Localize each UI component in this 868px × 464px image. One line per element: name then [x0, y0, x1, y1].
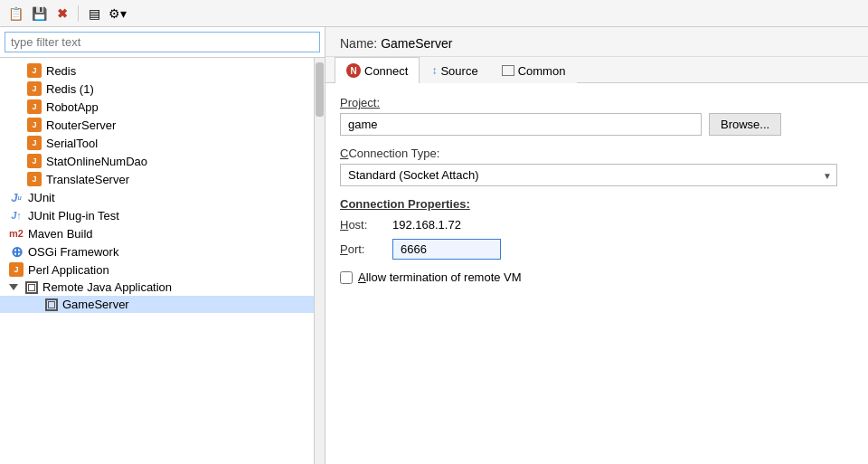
allow-termination-label-text: llow termination of remote VM	[366, 270, 522, 284]
port-label: Port:	[340, 242, 385, 256]
scrollbar-track[interactable]	[314, 58, 325, 464]
host-label: Host:	[340, 218, 385, 232]
tree-item-label: TranslateServer	[46, 173, 129, 186]
tab-connect[interactable]: N Connect	[335, 57, 420, 83]
java-icon: J	[27, 172, 42, 186]
osgi-icon: ⊕	[9, 244, 24, 259]
java-icon: J	[27, 154, 42, 168]
tree-item-maven[interactable]: m2 Maven Build	[0, 224, 314, 242]
tree-item-label: RobotApp	[46, 100, 99, 114]
connection-type-select-wrap: Standard (Socket Attach) ▼	[340, 164, 837, 186]
port-input[interactable]	[392, 239, 501, 260]
connection-type-label: CConnection Type:	[340, 147, 854, 160]
tree-item-gameserver[interactable]: GameServer	[0, 296, 314, 313]
connection-props-section: Connection Properties: Host: 192.168.1.7…	[340, 197, 854, 260]
scrollbar-thumb[interactable]	[316, 62, 324, 117]
tree-item-statonline[interactable]: J StatOnlineNumDao	[0, 152, 314, 170]
port-row: Port:	[340, 239, 854, 260]
toolbar-btn-settings[interactable]: ⚙▾	[108, 4, 127, 24]
connection-type-row: CConnection Type: Standard (Socket Attac…	[340, 147, 854, 186]
tree-item-label: JUnit	[28, 191, 55, 204]
tab-source-label: Source	[440, 64, 477, 78]
tree-item-label: OSGi Framework	[28, 245, 118, 259]
tree-item-label: Remote Java Application	[42, 280, 172, 294]
tab-bar: N Connect ↕ Source Common	[326, 57, 868, 83]
browse-button[interactable]: Browse...	[709, 113, 781, 136]
tree-item-label: Redis	[46, 64, 76, 78]
connection-type-label-rest: Connection Type:	[348, 147, 439, 160]
tree-item-routerserver[interactable]: J RouterServer	[0, 116, 314, 134]
name-label: Name:	[340, 36, 377, 51]
toolbar-btn-list[interactable]: ▤	[84, 4, 104, 24]
tree-item-translateserver[interactable]: J TranslateServer	[0, 170, 314, 188]
tree-item-junit[interactable]: Ju JUnit	[0, 188, 314, 206]
tab-connect-label: Connect	[364, 64, 408, 78]
project-label: Project:	[340, 96, 854, 109]
toolbar: 📋 💾 ✖ ▤ ⚙▾	[0, 0, 868, 27]
tree-item-osgi[interactable]: ⊕ OSGi Framework	[0, 242, 314, 260]
tree-item-redis1[interactable]: J Redis (1)	[0, 80, 314, 98]
allow-termination-underline: A	[358, 270, 366, 284]
filter-box	[0, 27, 325, 58]
connect-tab-icon: N	[346, 63, 361, 78]
config-header: Name: GameServer	[326, 27, 868, 57]
conn-props-title: Connection Properties:	[340, 197, 854, 211]
java-icon: J	[27, 63, 42, 78]
conn-props-title-text: Connection Properties:	[340, 197, 470, 211]
allow-termination-row: Allow termination of remote VM	[340, 270, 854, 284]
tree-item-label: Redis (1)	[46, 82, 94, 96]
tree-item-serialtool[interactable]: J SerialTool	[0, 134, 314, 152]
allow-termination-checkbox[interactable]	[340, 271, 353, 284]
port-label-underline: P	[340, 242, 348, 256]
gameserver-icon	[45, 298, 58, 311]
tree-item-label: Perl Application	[28, 263, 109, 277]
java-icon: J	[27, 136, 42, 150]
java-icon: J	[27, 118, 42, 132]
form-content: Project: Browse... CConnection Type: Sta…	[326, 83, 868, 464]
host-label-underline: H	[340, 218, 348, 232]
tree-item-label: RouterServer	[46, 118, 116, 132]
tree-item-robotapp[interactable]: J RobotApp	[0, 98, 314, 116]
tree-item-label: GameServer	[62, 298, 129, 311]
project-row: Project: Browse...	[340, 96, 854, 136]
toolbar-btn-save[interactable]: 💾	[29, 4, 49, 24]
remote-java-icon	[25, 281, 38, 294]
tree-item-label: StatOnlineNumDao	[46, 155, 147, 168]
junit-plugin-icon: J↑	[9, 208, 24, 223]
toolbar-btn-close[interactable]: ✖	[52, 4, 72, 24]
tree-item-label: JUnit Plug-in Test	[28, 209, 119, 223]
tab-common-label: Common	[518, 64, 566, 78]
tree-item-perl[interactable]: J Perl Application	[0, 260, 314, 279]
connection-type-select[interactable]: Standard (Socket Attach)	[340, 164, 837, 186]
toolbar-btn-clipboard[interactable]: 📋	[5, 4, 25, 24]
host-row: Host: 192.168.1.72	[340, 218, 854, 232]
project-input-row: Browse...	[340, 113, 854, 136]
project-input[interactable]	[340, 113, 702, 136]
expand-icon	[9, 284, 18, 290]
toolbar-separator	[78, 5, 79, 22]
right-panel: Name: GameServer N Connect ↕ Source Comm…	[326, 27, 868, 464]
tree-item-remotejava[interactable]: Remote Java Application	[0, 279, 314, 296]
main-layout: J Redis J Redis (1) J RobotApp J RouterS…	[0, 27, 868, 464]
name-value: GameServer	[381, 36, 452, 51]
source-tab-icon: ↕	[431, 64, 437, 77]
java-icon: J	[27, 81, 42, 96]
tab-source[interactable]: ↕ Source	[420, 57, 489, 83]
common-tab-icon	[502, 65, 514, 76]
tab-common[interactable]: Common	[490, 57, 578, 83]
junit-icon: Ju	[9, 190, 24, 204]
tree-item-label: SerialTool	[46, 137, 98, 150]
host-value: 192.168.1.72	[392, 218, 461, 232]
connection-type-label-underline: C	[340, 147, 348, 160]
tree-item-label: Maven Build	[28, 227, 93, 241]
java-icon: J	[27, 99, 42, 114]
java-icon: J	[9, 262, 24, 277]
left-panel: J Redis J Redis (1) J RobotApp J RouterS…	[0, 27, 326, 464]
tree-item-redis[interactable]: J Redis	[0, 62, 314, 80]
allow-termination-label: Allow termination of remote VM	[358, 270, 522, 284]
project-label-text: Project:	[340, 96, 380, 109]
tree-area: J Redis J Redis (1) J RobotApp J RouterS…	[0, 58, 314, 464]
maven-icon: m2	[9, 226, 24, 241]
tree-item-junit-plugin[interactable]: J↑ JUnit Plug-in Test	[0, 206, 314, 224]
search-input[interactable]	[5, 32, 320, 52]
